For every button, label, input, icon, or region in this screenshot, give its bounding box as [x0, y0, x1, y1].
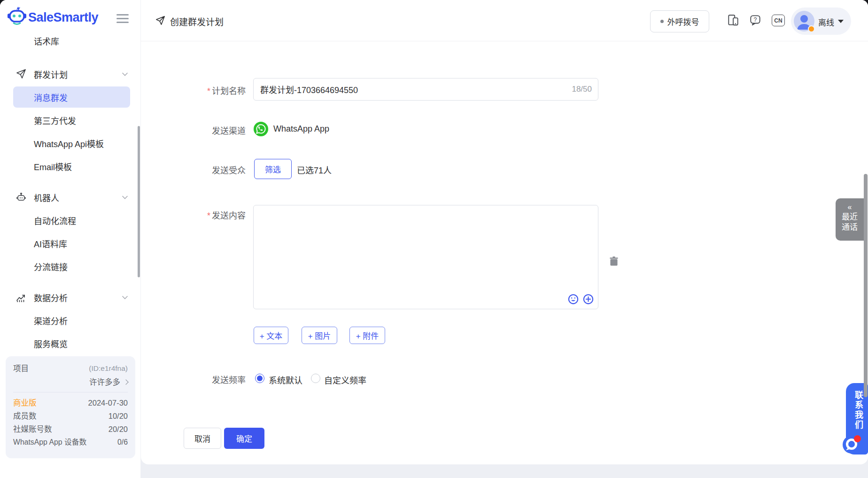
- page-scrollbar[interactable]: [864, 174, 868, 397]
- channel-label: 发送渠道: [152, 124, 246, 136]
- user-menu[interactable]: 离线: [791, 8, 851, 35]
- frequency-label: 发送频率: [152, 373, 246, 385]
- confirm-button[interactable]: 确定: [224, 428, 264, 449]
- radio-system-default-label[interactable]: 系统默认: [269, 374, 302, 386]
- away-status-dot: [808, 25, 815, 32]
- sidebar-item-automation-flow[interactable]: 自动化流程: [0, 209, 141, 232]
- sidebar-item-data-analysis[interactable]: 数据分析: [0, 286, 141, 309]
- plan-name-label: *计划名称: [152, 84, 246, 96]
- project-name: 许许多多: [89, 377, 120, 387]
- audience-label: 发送受众: [152, 164, 246, 176]
- radio-system-default[interactable]: [255, 374, 264, 383]
- whatsapp-icon: [253, 121, 269, 137]
- stat-row-whatsapp-devices: WhatsApp App 设备数 0/6: [13, 437, 128, 447]
- contact-us-label: 联系我们: [852, 391, 864, 430]
- chevron-down-icon: [120, 193, 130, 202]
- collapse-arrows-icon: «: [836, 202, 864, 212]
- add-attachment-button[interactable]: + 附件: [349, 327, 385, 344]
- project-row: 项目 (ID:e1r4fna): [13, 363, 128, 374]
- stat-row-members: 成员数 10/20: [13, 411, 128, 421]
- svg-text:?: ?: [754, 16, 757, 23]
- sidebar-item-whatsapp-api-template[interactable]: WhatsApp Api模板: [0, 132, 141, 155]
- required-mark: *: [207, 86, 210, 96]
- sidebar-item-split-link[interactable]: 分流链接: [0, 255, 141, 278]
- devices-icon[interactable]: [727, 14, 740, 27]
- sidebar-scrollbar[interactable]: [138, 126, 140, 277]
- main-content: *计划名称 18/50 发送渠道 WhatsApp App 发送受众 筛选 已选…: [141, 41, 868, 478]
- add-text-button[interactable]: + 文本: [254, 327, 288, 344]
- top-header: 创建群发计划 外呼拨号 ? CN 离线: [141, 0, 868, 41]
- stat-row-social-accounts: 社媒账号数 20/20: [13, 424, 128, 434]
- radio-custom-frequency-label[interactable]: 自定义频率: [324, 374, 366, 386]
- char-counter: 18/50: [545, 85, 592, 94]
- channel-value: WhatsApp App: [273, 124, 329, 134]
- app-window: SaleSmartly 话术库 群发计划 消息群发 第三方代发 WhatsApp…: [0, 0, 868, 478]
- message-content-textarea[interactable]: [253, 205, 598, 309]
- brand-robot-icon: [7, 6, 27, 26]
- chevron-down-icon: [120, 70, 130, 79]
- required-mark: *: [207, 211, 210, 220]
- status-dot-icon: [660, 20, 664, 23]
- emoji-icon[interactable]: [567, 293, 579, 305]
- content-label: *发送内容: [152, 209, 246, 221]
- sidebar-item-robot[interactable]: 机器人: [0, 186, 141, 209]
- send-icon: [16, 68, 27, 79]
- filter-button[interactable]: 筛选: [254, 159, 292, 179]
- plan-expire-date: 2024-07-30: [88, 398, 128, 408]
- audience-selected-info: 已选71人: [297, 164, 332, 176]
- chart-icon: [16, 291, 27, 303]
- plan-row: 商业版 2024-07-30: [13, 398, 128, 408]
- sidebar-nav: 话术库 群发计划 消息群发 第三方代发 WhatsApp Api模板 Email…: [0, 37, 141, 354]
- radio-custom-frequency[interactable]: [311, 374, 320, 383]
- sidebar-item-email-template[interactable]: Email模板: [0, 155, 141, 178]
- delete-content-icon[interactable]: [608, 255, 620, 267]
- sidebar-collapse-icon[interactable]: [116, 14, 129, 23]
- sidebar-item-ai-corpus[interactable]: AI语料库: [0, 232, 141, 255]
- help-icon[interactable]: ?: [749, 14, 762, 27]
- notification-dot: [854, 435, 861, 442]
- brand-name: SaleSmartly: [28, 10, 98, 25]
- add-image-button[interactable]: + 图片: [302, 327, 337, 344]
- sidebar-item-message-broadcast[interactable]: 消息群发: [0, 86, 141, 109]
- form-card: *计划名称 18/50 发送渠道 WhatsApp App 发送受众 筛选 已选…: [141, 41, 868, 464]
- project-panel: 项目 (ID:e1r4fna) 许许多多 商业版 2024-07-30 成员数 …: [6, 356, 135, 458]
- caret-down-icon: [838, 20, 844, 23]
- sidebar-item-third-party-send[interactable]: 第三方代发: [0, 109, 141, 132]
- user-status-label: 离线: [818, 16, 834, 28]
- sidebar-item-script-library[interactable]: 话术库: [0, 37, 141, 52]
- sidebar-item-broadcast-plan[interactable]: 群发计划: [0, 63, 141, 86]
- sidebar-item-channel-analysis[interactable]: 渠道分析: [0, 309, 141, 332]
- panel-divider: [13, 392, 128, 392]
- project-label: 项目: [13, 363, 29, 374]
- robot-icon: [16, 191, 27, 203]
- recent-calls-tab[interactable]: « 最近 通话: [836, 198, 864, 241]
- cancel-button[interactable]: 取消: [184, 428, 221, 449]
- chevron-right-icon: [123, 379, 128, 384]
- page-title: 创建群发计划: [170, 15, 224, 28]
- send-icon: [155, 15, 166, 26]
- project-name-link[interactable]: 许许多多: [13, 377, 128, 387]
- sidebar: SaleSmartly 话术库 群发计划 消息群发 第三方代发 WhatsApp…: [0, 0, 141, 478]
- add-variable-icon[interactable]: [582, 293, 594, 305]
- project-id: (ID:e1r4fna): [89, 363, 128, 374]
- outbound-call-button[interactable]: 外呼拨号: [650, 10, 709, 32]
- sidebar-item-service-overview[interactable]: 服务概览: [0, 332, 141, 354]
- plan-name: 商业版: [13, 398, 37, 408]
- language-cn-icon[interactable]: CN: [772, 15, 785, 26]
- chevron-down-icon: [120, 293, 130, 302]
